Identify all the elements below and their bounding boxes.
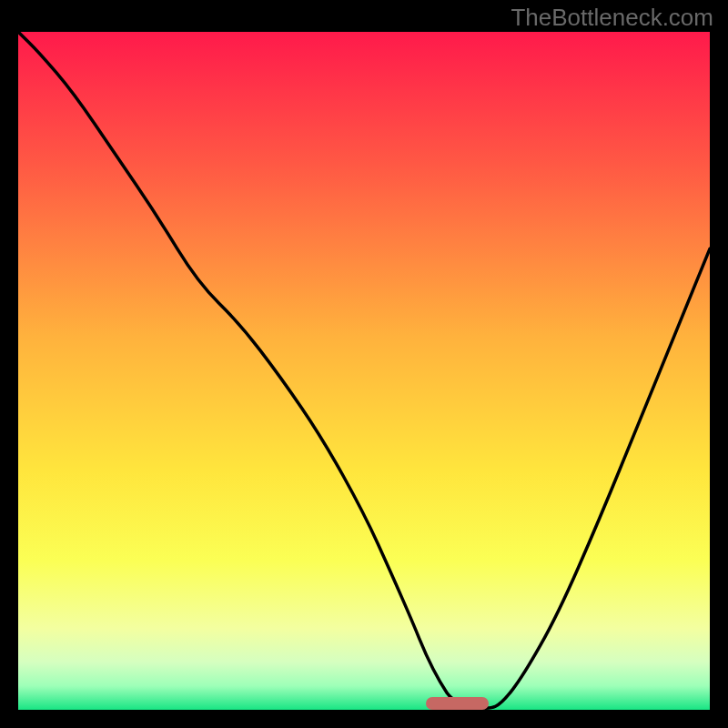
watermark-text: TheBottleneck.com bbox=[511, 4, 713, 32]
optimal-range-marker bbox=[426, 697, 488, 710]
chart-container: TheBottleneck.com bbox=[0, 0, 728, 728]
bottleneck-curve bbox=[18, 32, 710, 710]
plot-area bbox=[18, 32, 710, 710]
